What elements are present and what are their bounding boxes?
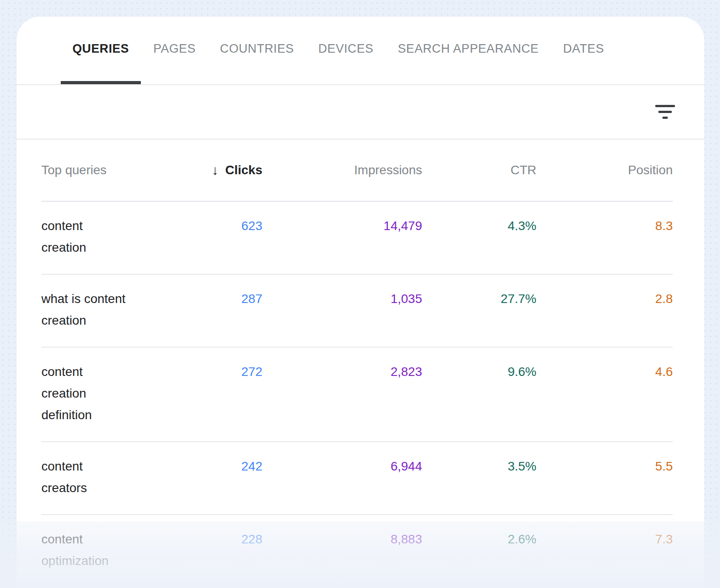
- filter-icon: [655, 105, 675, 119]
- position-value: 4.6: [536, 361, 673, 426]
- column-header-impressions[interactable]: Impressions: [262, 163, 422, 177]
- impressions-value: 8,883: [262, 529, 422, 572]
- impressions-value: 1,035: [262, 288, 422, 331]
- impressions-value: 14,479: [262, 215, 422, 258]
- ctr-value: 9.6%: [422, 361, 536, 426]
- page-background: QUERIES PAGES COUNTRIES DEVICES SEARCH A…: [0, 0, 720, 588]
- column-header-position[interactable]: Position: [536, 163, 673, 177]
- query-cell[interactable]: content creation: [41, 215, 158, 258]
- table-row[interactable]: content optimization 228 8,883 2.6% 7.3: [41, 515, 673, 587]
- clicks-value: 272: [158, 361, 262, 426]
- column-header-clicks[interactable]: ↓ Clicks: [158, 163, 262, 178]
- ctr-value: 27.7%: [422, 288, 536, 331]
- table-toolbar: [17, 85, 704, 140]
- position-value: 2.8: [536, 288, 673, 331]
- table-row[interactable]: content creation definition 272 2,823 9.…: [41, 348, 673, 442]
- tab-countries[interactable]: COUNTRIES: [208, 17, 306, 84]
- query-cell[interactable]: content optimization: [41, 529, 158, 572]
- table-header-row: Top queries ↓ Clicks Impressions CTR Pos…: [41, 140, 673, 202]
- table-body: content creation 623 14,479 4.3% 8.3 wha…: [41, 202, 673, 587]
- ctr-value: 4.3%: [422, 215, 536, 258]
- column-header-clicks-label: Clicks: [225, 163, 263, 177]
- ctr-value: 2.6%: [422, 529, 536, 572]
- tab-devices[interactable]: DEVICES: [306, 17, 385, 84]
- query-cell[interactable]: what is content creation: [41, 288, 158, 331]
- position-value: 7.3: [536, 529, 673, 572]
- query-cell[interactable]: content creators: [41, 456, 158, 499]
- table-row[interactable]: content creators 242 6,944 3.5% 5.5: [41, 442, 673, 515]
- table-row[interactable]: content creation 623 14,479 4.3% 8.3: [41, 202, 673, 275]
- tab-search-appearance[interactable]: SEARCH APPEARANCE: [386, 17, 550, 84]
- impressions-value: 2,823: [262, 361, 422, 426]
- ctr-value: 3.5%: [422, 456, 536, 499]
- queries-table: Top queries ↓ Clicks Impressions CTR Pos…: [17, 140, 704, 587]
- clicks-value: 287: [158, 288, 262, 331]
- performance-report-card: QUERIES PAGES COUNTRIES DEVICES SEARCH A…: [17, 17, 704, 588]
- tab-queries[interactable]: QUERIES: [61, 17, 141, 84]
- report-tabbar: QUERIES PAGES COUNTRIES DEVICES SEARCH A…: [17, 17, 704, 85]
- column-header-top-queries[interactable]: Top queries: [41, 163, 158, 177]
- filter-rows-button[interactable]: [652, 102, 678, 122]
- tab-dates[interactable]: DATES: [551, 17, 616, 84]
- position-value: 5.5: [536, 456, 673, 499]
- impressions-value: 6,944: [262, 456, 422, 499]
- tab-pages[interactable]: PAGES: [142, 17, 207, 84]
- table-row[interactable]: what is content creation 287 1,035 27.7%…: [41, 275, 673, 348]
- clicks-value: 623: [158, 215, 262, 258]
- clicks-value: 242: [158, 456, 262, 499]
- clicks-value: 228: [158, 529, 262, 572]
- column-header-ctr[interactable]: CTR: [422, 163, 536, 177]
- sort-descending-icon: ↓: [212, 163, 219, 178]
- query-cell[interactable]: content creation definition: [41, 361, 158, 426]
- position-value: 8.3: [536, 215, 673, 258]
